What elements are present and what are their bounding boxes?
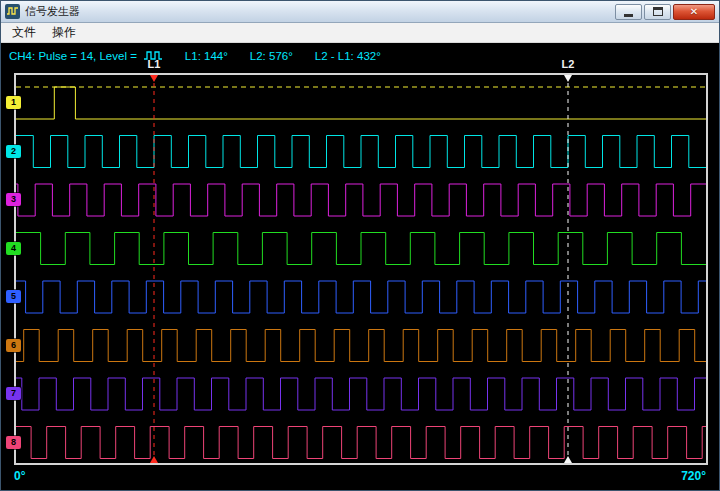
axis-max-label: 720° [681, 469, 706, 483]
channel-badge-3[interactable]: 3 [6, 193, 21, 206]
window-controls: ✕ [615, 4, 715, 20]
channel-status-text: CH4: Pulse = 14, Level = [9, 50, 137, 62]
cursor-l2[interactable] [564, 75, 572, 463]
axis-min-label: 0° [14, 469, 25, 483]
channel-badge-6[interactable]: 6 [6, 339, 21, 352]
cursor-delta-readout: L2 - L1: 432° [315, 50, 381, 62]
channel-status-group: CH4: Pulse = 14, Level = [9, 49, 163, 63]
app-icon [5, 4, 20, 19]
waveform-ch3 [16, 184, 706, 216]
cursor-l1-bottom-marker [150, 456, 158, 463]
title-bar: 信号发生器 ✕ [1, 1, 719, 23]
minimize-icon [624, 14, 633, 17]
waveform-ch8 [16, 427, 706, 459]
waveform-ch6 [16, 330, 706, 362]
waveform-canvas [16, 75, 706, 463]
cursor1-readout: L1: 144° [185, 50, 228, 62]
close-icon: ✕ [690, 5, 698, 19]
channel-badge-7[interactable]: 7 [6, 387, 21, 400]
cursor2-readout: L2: 576° [250, 50, 293, 62]
channel-badge-4[interactable]: 4 [6, 242, 21, 255]
close-button[interactable]: ✕ [673, 4, 715, 20]
cursor-l2-label: L2 [560, 58, 576, 70]
waveform-plot [14, 73, 708, 465]
cursor-l1[interactable] [150, 75, 158, 463]
waveform-ch1 [16, 87, 706, 119]
waveform-ch4 [16, 233, 706, 265]
status-bar: CH4: Pulse = 14, Level = L1: 144° L2: 57… [9, 49, 381, 63]
cursor-l2-top-marker [564, 75, 572, 82]
cursor-l1-label: L1 [146, 58, 162, 70]
menu-item-file[interactable]: 文件 [4, 22, 44, 43]
channel-badge-2[interactable]: 2 [6, 145, 21, 158]
cursor-l1-top-marker [150, 75, 158, 82]
minimize-button[interactable] [615, 4, 642, 20]
waveform-ch2 [16, 136, 706, 168]
menu-bar: 文件操作 [1, 23, 719, 43]
channel-badge-5[interactable]: 5 [6, 290, 21, 303]
app-window: 信号发生器 ✕ 文件操作 CH4: Pulse = 14, Level = [0, 0, 720, 491]
maximize-button[interactable] [644, 4, 671, 20]
channel-badge-1[interactable]: 1 [6, 96, 21, 109]
cursor-l2-bottom-marker [564, 456, 572, 463]
waveform-ch7 [16, 378, 706, 410]
scope-content: CH4: Pulse = 14, Level = L1: 144° L2: 57… [1, 43, 719, 490]
channel-badge-8[interactable]: 8 [6, 436, 21, 449]
waveform-ch5 [16, 281, 706, 313]
menu-item-operate[interactable]: 操作 [44, 22, 84, 43]
window-title: 信号发生器 [25, 4, 80, 19]
maximize-icon [653, 7, 663, 16]
